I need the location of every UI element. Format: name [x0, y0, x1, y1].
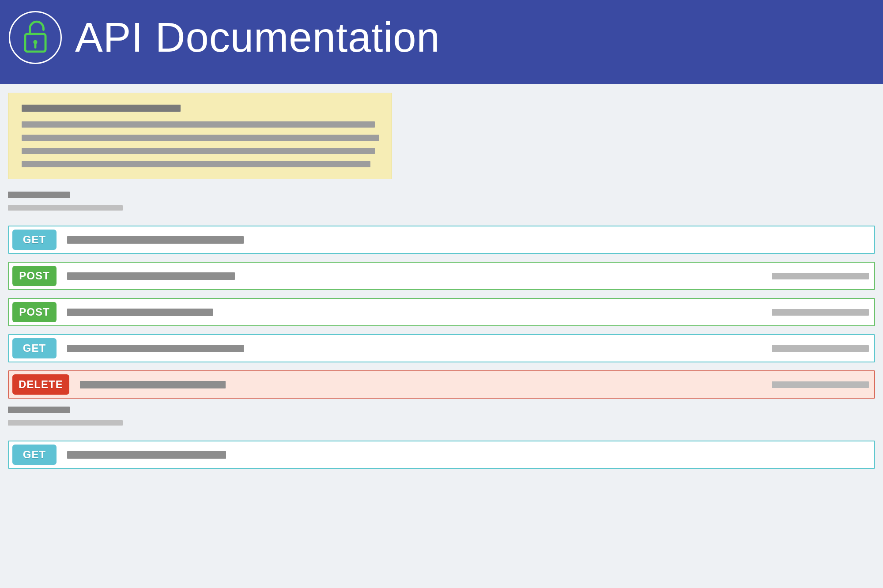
endpoint-path-placeholder	[67, 272, 235, 280]
info-line	[22, 161, 370, 167]
endpoint-path-placeholder	[67, 309, 213, 316]
endpoint-summary-placeholder	[772, 345, 869, 352]
endpoint-row[interactable]: POST	[8, 298, 875, 326]
endpoint-row[interactable]: DELETE	[8, 370, 875, 399]
endpoint-row[interactable]: POST	[8, 262, 875, 290]
page-title: API Documentation	[75, 14, 440, 61]
http-method-badge: GET	[12, 338, 57, 358]
page-header: API Documentation	[0, 0, 883, 84]
endpoint-path-placeholder	[67, 236, 244, 244]
http-method-badge: POST	[12, 302, 57, 322]
http-method-badge: POST	[12, 266, 57, 286]
section-heading	[8, 407, 875, 426]
info-line	[22, 135, 379, 141]
endpoint-row[interactable]: GET	[8, 441, 875, 469]
http-method-badge: GET	[12, 230, 57, 250]
unlock-icon	[22, 19, 49, 56]
endpoint-summary-placeholder	[772, 309, 869, 316]
section-title-placeholder	[8, 407, 70, 413]
endpoint-path-placeholder	[67, 345, 244, 352]
info-heading-placeholder	[22, 105, 181, 112]
endpoint-path-placeholder	[67, 451, 226, 459]
section-heading	[8, 192, 875, 211]
http-method-badge: GET	[12, 445, 57, 465]
info-line	[22, 121, 375, 128]
endpoint-summary-placeholder	[772, 381, 869, 388]
endpoint-path-placeholder	[80, 381, 226, 388]
section-title-placeholder	[8, 192, 70, 198]
endpoint-row[interactable]: GET	[8, 226, 875, 254]
http-method-badge: DELETE	[12, 374, 69, 395]
info-line	[22, 148, 375, 154]
main-content: GETPOSTPOSTGETDELETE GET	[0, 84, 883, 469]
endpoint-summary-placeholder	[772, 273, 869, 279]
section-subtitle-placeholder	[8, 420, 123, 426]
section-subtitle-placeholder	[8, 205, 123, 211]
info-callout	[8, 93, 392, 179]
endpoint-row[interactable]: GET	[8, 334, 875, 362]
endpoints-list: GET	[8, 441, 875, 469]
endpoints-list: GETPOSTPOSTGETDELETE	[8, 226, 875, 399]
logo-badge	[9, 11, 62, 64]
